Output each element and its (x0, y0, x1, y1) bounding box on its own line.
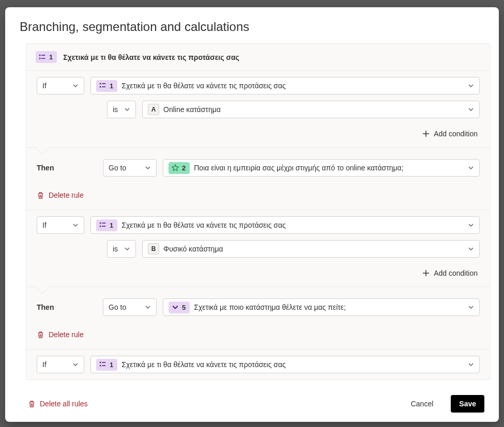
question-text: Σχετικά με τι θα θέλατε να κάνετε τις πρ… (121, 360, 286, 369)
delete-rule-button[interactable]: Delete rule (26, 183, 490, 210)
action-select[interactable]: Go to (103, 298, 157, 316)
question-badge: 1 (96, 359, 117, 371)
chevron-down-icon (145, 304, 151, 310)
answer-select[interactable]: A Online κατάστημα (142, 101, 480, 118)
question-badge: 1 (36, 51, 57, 63)
cancel-button[interactable]: Cancel (403, 395, 442, 413)
svg-rect-4 (100, 83, 101, 85)
add-condition-button[interactable]: Add condition (26, 264, 490, 287)
target-select[interactable]: 5 Σχετικά με ποιο κατάστημα θέλετε να μα… (163, 298, 480, 316)
answer-select[interactable]: B Φυσικό κατάστημα (142, 240, 480, 258)
chevron-down-icon (72, 361, 79, 368)
target-select[interactable]: 2 Ποια είναι η εμπειρία σας μέχρι στιγμή… (163, 159, 480, 177)
svg-rect-12 (100, 362, 101, 363)
target-text: Ποια είναι η εμπειρία σας μέχρι στιγμής … (194, 164, 403, 172)
chevron-down-icon (172, 304, 179, 311)
rule: If 1 Σχετικά με τι θα θέλατε να κάνετε τ… (26, 349, 490, 379)
if-select[interactable]: If (37, 216, 84, 234)
then-block: Then Go to 2 Ποια είναι η εμπειρία σας μ… (26, 147, 490, 210)
operator-select[interactable]: is (107, 240, 136, 258)
action-select[interactable]: Go to (103, 159, 157, 177)
plus-icon (422, 130, 430, 137)
multichoice-icon (99, 82, 106, 89)
operator-label: is (113, 245, 118, 253)
plus-icon (422, 270, 430, 277)
if-row: If 1 Σχετικά με τι θα θέλατε να κάνετε τ… (26, 210, 490, 240)
save-label: Save (459, 400, 476, 408)
rule: If 1 Σχετικά με τι θα θέλατε να κάνετε τ… (26, 70, 490, 147)
add-condition-button[interactable]: Add condition (26, 124, 490, 147)
badge-number: 5 (182, 304, 186, 311)
delete-rule-button[interactable]: Delete rule (26, 322, 490, 349)
chevron-down-icon (72, 83, 79, 89)
chevron-down-icon (468, 222, 474, 228)
add-condition-label: Add condition (434, 269, 478, 277)
chevron-down-icon (468, 361, 474, 368)
question-select[interactable]: 1 Σχετικά με τι θα θέλατε να κάνετε τις … (90, 356, 480, 373)
if-row: If 1 Σχετικά με τι θα θέλατε να κάνετε τ… (26, 350, 490, 379)
question-badge: 1 (96, 219, 117, 231)
svg-rect-0 (39, 54, 41, 56)
rule: If 1 Σχετικά με τι θα θέλατε να κάνετε τ… (26, 210, 490, 287)
svg-rect-11 (102, 226, 105, 227)
badge-number: 1 (110, 82, 113, 90)
operator-select[interactable]: is (107, 101, 136, 118)
svg-rect-9 (102, 223, 105, 224)
answer-letter: A (148, 104, 159, 115)
answer-text: Online κατάστημα (163, 105, 221, 114)
question-badge: 2 (169, 162, 190, 174)
modal-body: 1 Σχετικά με τι θα θέλατε να κάνετε τις … (5, 43, 499, 388)
if-select[interactable]: If (37, 356, 84, 373)
svg-rect-15 (102, 365, 105, 366)
delete-rule-label: Delete rule (49, 191, 84, 199)
star-icon (172, 164, 179, 171)
card-header: 1 Σχετικά με τι θα θέλατε να κάνετε τις … (26, 44, 490, 70)
modal-title: Branching, segmentation and calculations (5, 7, 499, 43)
question-select[interactable]: 1 Σχετικά με τι θα θέλατε να κάνετε τις … (90, 77, 480, 94)
svg-rect-7 (102, 86, 105, 87)
if-row: If 1 Σχετικά με τι θα θέλατε να κάνετε τ… (26, 71, 490, 101)
svg-rect-5 (102, 83, 105, 84)
badge-number: 1 (110, 222, 113, 229)
svg-rect-1 (41, 55, 45, 56)
question-text: Σχετικά με τι θα θέλατε να κάνετε τις πρ… (121, 82, 286, 90)
add-condition-label: Add condition (434, 130, 478, 138)
chevron-down-icon (468, 304, 474, 310)
question-text: Σχετικά με τι θα θέλατε να κάνετε τις πρ… (121, 221, 286, 229)
delete-all-button[interactable]: Delete all rules (28, 400, 88, 408)
question-text: Σχετικά με τι θα θέλατε να κάνετε τις πρ… (63, 53, 239, 61)
save-button[interactable]: Save (451, 395, 484, 413)
chevron-down-icon (145, 165, 151, 171)
svg-rect-14 (100, 365, 101, 367)
delete-all-label: Delete all rules (40, 400, 88, 408)
svg-rect-3 (41, 58, 45, 59)
svg-rect-13 (102, 362, 105, 363)
svg-rect-2 (39, 57, 41, 59)
if-label: If (42, 221, 47, 229)
multichoice-icon (99, 361, 106, 368)
if-label: If (42, 360, 47, 369)
then-label: Then (37, 164, 66, 172)
trash-icon (37, 331, 44, 339)
question-badge: 1 (96, 80, 117, 92)
badge-number: 1 (49, 53, 53, 61)
badge-number: 1 (110, 361, 113, 369)
chevron-down-icon (72, 222, 79, 228)
if-label: If (42, 82, 47, 90)
multichoice-icon (99, 222, 106, 229)
goto-label: Go to (109, 164, 126, 172)
if-select[interactable]: If (37, 77, 84, 94)
svg-rect-10 (100, 226, 101, 227)
target-text: Σχετικά με ποιο κατάστημα θέλετε να μας … (194, 303, 346, 311)
badge-number: 2 (182, 164, 186, 172)
goto-label: Go to (109, 303, 126, 311)
operator-label: is (113, 105, 118, 114)
then-row: Then Go to 2 Ποια είναι η εμπειρία σας μ… (26, 148, 490, 183)
svg-rect-6 (100, 86, 101, 88)
modal-footer: Delete all rules Cancel Save (5, 388, 499, 422)
rules-card: 1 Σχετικά με τι θα θέλατε να κάνετε τις … (26, 43, 491, 380)
chevron-down-icon (468, 106, 474, 113)
multichoice-icon (39, 54, 46, 61)
chevron-down-icon (124, 106, 130, 113)
question-select[interactable]: 1 Σχετικά με τι θα θέλατε να κάνετε τις … (90, 216, 480, 234)
